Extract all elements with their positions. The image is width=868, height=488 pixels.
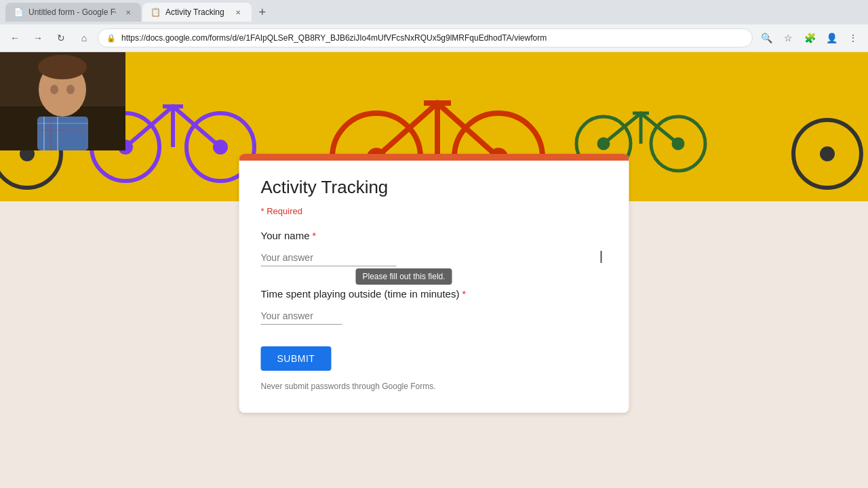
tab-activity-tracking[interactable]: 📋 Activity Tracking ✕ <box>142 3 252 22</box>
svg-rect-20 <box>37 117 88 150</box>
profile-icon[interactable]: 👤 <box>822 28 841 47</box>
page-content: Activity Tracking * Required Your name *… <box>0 52 868 488</box>
time-input[interactable] <box>261 308 342 325</box>
tab-favicon-2: 📋 <box>151 7 160 17</box>
name-input-wrapper: Please fill out this field. <box>261 249 608 266</box>
svg-point-26 <box>38 55 87 79</box>
required-star-time: * <box>462 289 465 300</box>
more-icon[interactable]: ⋮ <box>844 28 863 47</box>
url-bar[interactable]: 🔒 https://docs.google.com/forms/d/e/1FAI… <box>98 28 753 47</box>
home-button[interactable]: ⌂ <box>75 28 94 47</box>
svg-point-12 <box>673 139 683 148</box>
form-card-accent-bar <box>239 154 629 161</box>
lock-icon: 🔒 <box>106 34 116 43</box>
svg-point-14 <box>822 148 833 159</box>
reload-button[interactable]: ↻ <box>52 28 71 47</box>
form-card-body: Activity Tracking * Required Your name *… <box>239 161 629 413</box>
tab-bar: 📄 Untitled form - Google Forms ✕ 📋 Activ… <box>0 0 868 24</box>
time-input-wrapper <box>261 308 608 325</box>
svg-point-27 <box>50 85 58 94</box>
extensions-icon[interactable]: 🧩 <box>800 28 819 47</box>
tab-untitled-form[interactable]: 📄 Untitled form - Google Forms ✕ <box>5 3 141 22</box>
text-cursor <box>601 251 602 263</box>
webcam-video <box>0 52 125 150</box>
submit-button[interactable]: SUBMIT <box>261 346 332 371</box>
privacy-note: Never submit passwords through Google Fo… <box>261 382 608 391</box>
address-bar: ← → ↻ ⌂ 🔒 https://docs.google.com/forms/… <box>0 24 868 52</box>
forward-button[interactable]: → <box>28 28 47 47</box>
browser-chrome: 📄 Untitled form - Google Forms ✕ 📋 Activ… <box>0 0 868 52</box>
question-time-outside: Time spent playing outside (time in minu… <box>261 288 608 325</box>
form-title: Activity Tracking <box>261 177 608 198</box>
svg-point-11 <box>599 139 608 148</box>
validation-tooltip: Please fill out this field. <box>356 268 452 285</box>
back-button[interactable]: ← <box>5 28 24 47</box>
required-note: * Required <box>261 206 608 216</box>
form-footer: SUBMIT Never submit passwords through Go… <box>261 346 608 391</box>
name-input[interactable] <box>261 249 397 266</box>
tab-favicon-1: 📄 <box>14 7 23 17</box>
url-text: https://docs.google.com/forms/d/e/1FAIpQ… <box>121 33 547 43</box>
webcam-overlay <box>0 52 125 150</box>
browser-actions: 🔍 ☆ 🧩 👤 ⋮ <box>757 28 863 47</box>
question-label-text-name: Your name <box>261 230 310 241</box>
svg-point-4 <box>215 142 226 152</box>
question-label-name: Your name * <box>261 230 608 241</box>
tab-label-2: Activity Tracking <box>165 7 224 17</box>
tab-label-1: Untitled form - Google Forms <box>28 7 116 17</box>
bookmark-icon[interactable]: ☆ <box>778 28 797 47</box>
tab-close-1[interactable]: ✕ <box>124 7 133 18</box>
tab-close-2[interactable]: ✕ <box>233 7 243 18</box>
question-label-time: Time spent playing outside (time in minu… <box>261 288 608 300</box>
required-star-name: * <box>313 230 316 241</box>
question-your-name: Your name * Please fill out this field. <box>261 230 608 266</box>
svg-point-28 <box>66 85 75 94</box>
question-label-text-time: Time spent playing outside (time in minu… <box>261 288 460 300</box>
search-icon[interactable]: 🔍 <box>757 28 776 47</box>
form-card: Activity Tracking * Required Your name *… <box>239 154 629 413</box>
new-tab-button[interactable]: + <box>253 3 272 22</box>
